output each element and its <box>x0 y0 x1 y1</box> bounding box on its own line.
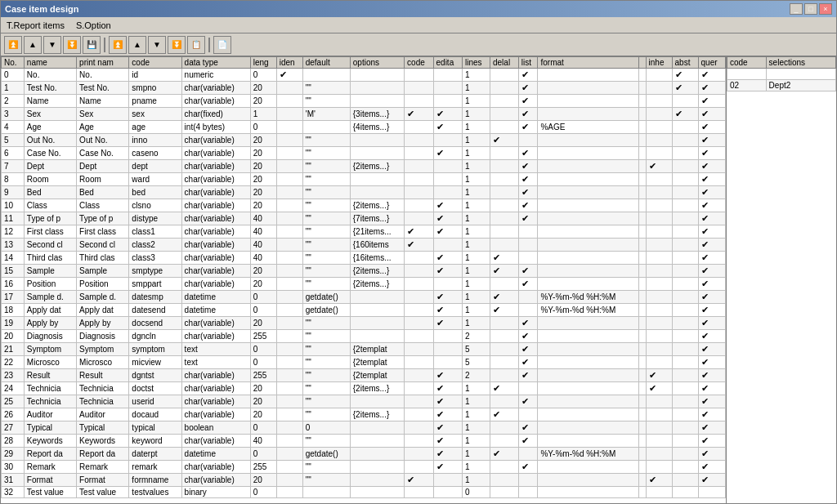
table-cell: 0 <box>302 421 350 435</box>
toolbar-move-top[interactable]: ⏫ <box>4 36 22 54</box>
table-cell <box>672 265 698 278</box>
toolbar-move-bottom[interactable]: ⏬ <box>63 36 81 54</box>
table-cell <box>276 160 302 173</box>
table-cell <box>518 239 538 252</box>
table-body: 0No.No.idnumeric0✔1✔✔✔1Test No.Test No.s… <box>2 69 726 498</box>
table-cell: 31 <box>2 474 25 487</box>
table-row[interactable]: 15SampleSamplesmptypechar(variable)20""{… <box>2 265 726 278</box>
table-cell: Format <box>24 474 76 487</box>
table-cell: Result <box>77 369 129 382</box>
table-cell: 1 <box>462 199 490 212</box>
table-row[interactable]: 0No.No.idnumeric0✔1✔✔✔ <box>2 69 726 82</box>
table-cell <box>490 395 518 408</box>
table-cell <box>646 435 672 448</box>
table-cell: Report da <box>24 448 76 461</box>
table-cell <box>538 487 638 498</box>
close-button[interactable]: × <box>819 3 832 15</box>
table-cell: typical <box>129 421 181 435</box>
table-cell: 1 <box>462 265 490 278</box>
maximize-button[interactable]: □ <box>804 3 817 15</box>
table-row[interactable]: 19Apply byApply bydocsendchar(variable)2… <box>2 317 726 330</box>
table-cell <box>276 278 302 291</box>
table-cell <box>538 147 638 160</box>
table-cell <box>646 173 672 186</box>
toolbar-sort-top[interactable]: ⏫ <box>109 36 127 54</box>
table-row[interactable]: 29Report daReport dadaterptdatetime0getd… <box>2 448 726 461</box>
table-row[interactable]: 12First classFirst classclass1char(varia… <box>2 225 726 239</box>
menu-s-option[interactable]: S.Option <box>74 20 114 31</box>
table-row[interactable]: 21SymptomSymptomsymptomtext0""{2templat5… <box>2 343 726 356</box>
table-row[interactable]: 13Second clSecond clclass2char(variable)… <box>2 239 726 252</box>
table-row[interactable]: 20DiagnosisDiagnosisdgnclnchar(variable)… <box>2 330 726 343</box>
table-row[interactable]: 7DeptDeptdeptchar(variable)20""{2items..… <box>2 160 726 173</box>
table-cell: 255 <box>250 330 276 343</box>
table-row[interactable]: 1Test No.Test No.smpnochar(variable)20""… <box>2 82 726 95</box>
table-row[interactable]: 28KeywordsKeywordskeywordchar(variable)4… <box>2 435 726 448</box>
table-cell <box>646 330 672 343</box>
table-cell: remark <box>129 461 181 474</box>
table-cell: 40 <box>250 212 276 225</box>
table-row[interactable]: 26AuditorAuditordocaudchar(variable)20""… <box>2 408 726 421</box>
table-row[interactable]: 24TechniciaTechniciadoctstchar(variable)… <box>2 382 726 395</box>
table-cell <box>405 435 433 448</box>
table-cell: Test value <box>77 487 129 498</box>
table-cell: 13 <box>2 239 25 252</box>
toolbar-new[interactable]: 📄 <box>213 36 231 54</box>
col-code2: code <box>405 57 433 69</box>
table-row[interactable]: 4AgeAgeageint(4 bytes)0{4items...}✔1✔%AG… <box>2 121 726 134</box>
table-cell: 10 <box>2 199 25 212</box>
table-row[interactable]: 27TypicalTypicaltypicalboolean00✔1✔✔ <box>2 421 726 435</box>
table-cell: 1 <box>462 304 490 317</box>
toolbar-sort-bottom[interactable]: ⏬ <box>168 36 186 54</box>
table-cell: ✔ <box>698 173 725 186</box>
table-row[interactable]: 30RemarkRemarkremarkchar(variable)255""✔… <box>2 461 726 474</box>
side-table-row[interactable]: 02Dept2 <box>727 80 836 91</box>
table-row[interactable]: 11Type of pType of pdistypechar(variable… <box>2 212 726 225</box>
table-cell <box>672 369 698 382</box>
table-cell: ✔ <box>698 291 725 304</box>
table-cell: ✔ <box>518 343 538 356</box>
toolbar-copy[interactable]: 📋 <box>187 36 205 54</box>
table-cell: "" <box>302 82 350 95</box>
table-row[interactable]: 23ResultResultdgntstchar(variable)255""{… <box>2 369 726 382</box>
minimize-button[interactable]: _ <box>790 3 803 15</box>
toolbar-move-down[interactable]: ▼ <box>43 36 61 54</box>
toolbar-sort-up[interactable]: ▲ <box>128 36 146 54</box>
table-cell: 1 <box>462 147 490 160</box>
table-row[interactable]: 5Out No.Out No.innochar(variable)20""1✔✔ <box>2 134 726 147</box>
table-row[interactable]: 16PositionPositionsmppartchar(variable)2… <box>2 278 726 291</box>
table-cell: char(variable) <box>181 186 250 199</box>
table-cell <box>433 239 462 252</box>
table-row[interactable]: 2NameNamepnamechar(variable)20""1✔✔ <box>2 95 726 108</box>
table-cell <box>276 121 302 134</box>
menu-report-items[interactable]: T.Report items <box>4 20 67 31</box>
table-row[interactable]: 22MicroscoMicroscomicviewtext0""{2templa… <box>2 356 726 369</box>
table-row[interactable]: 25TechniciaTechniciauseridchar(variable)… <box>2 395 726 408</box>
table-row[interactable]: 8RoomRoomwardchar(variable)20""1✔✔ <box>2 173 726 186</box>
table-cell: Apply dat <box>77 304 129 317</box>
toolbar-save[interactable]: 💾 <box>83 36 101 54</box>
table-cell: 16 <box>2 278 25 291</box>
table-row[interactable]: 9BedBedbedchar(variable)20""1✔✔ <box>2 186 726 199</box>
table-cell: ✔ <box>490 304 518 317</box>
table-row[interactable]: 31FormatFormatformnamechar(variable)20""… <box>2 474 726 487</box>
table-cell: class2 <box>129 239 181 252</box>
table-cell: Remark <box>24 461 76 474</box>
table-cell: {2items...} <box>350 199 404 212</box>
table-cell <box>433 474 462 487</box>
table-cell <box>276 291 302 304</box>
table-row[interactable]: 32Test valueTest valuetestvaluesbinary00 <box>2 487 726 498</box>
table-row[interactable]: 14Third clasThird clasclass3char(variabl… <box>2 252 726 265</box>
table-row[interactable]: 3SexSexsexchar(fixed)1'M'{3items...}✔✔1✔… <box>2 108 726 121</box>
table-cell: "" <box>302 147 350 160</box>
table-row[interactable]: 18Apply datApply datdatesenddatetime0get… <box>2 304 726 317</box>
table-row[interactable]: 17Sample d.Sample d.datesmpdatetime0getd… <box>2 291 726 304</box>
table-row[interactable]: 6Case No.Case No.casenochar(variable)20"… <box>2 147 726 160</box>
side-col-selections: selections <box>766 57 835 69</box>
toolbar-sort-down[interactable]: ▼ <box>148 36 166 54</box>
table-cell: char(variable) <box>181 474 250 487</box>
table-row[interactable]: 10ClassClassclsnochar(variable)20""{2ite… <box>2 199 726 212</box>
table-cell <box>646 291 672 304</box>
side-table-row[interactable]: 01Dept1 <box>727 69 836 80</box>
toolbar-move-up[interactable]: ▲ <box>24 36 42 54</box>
